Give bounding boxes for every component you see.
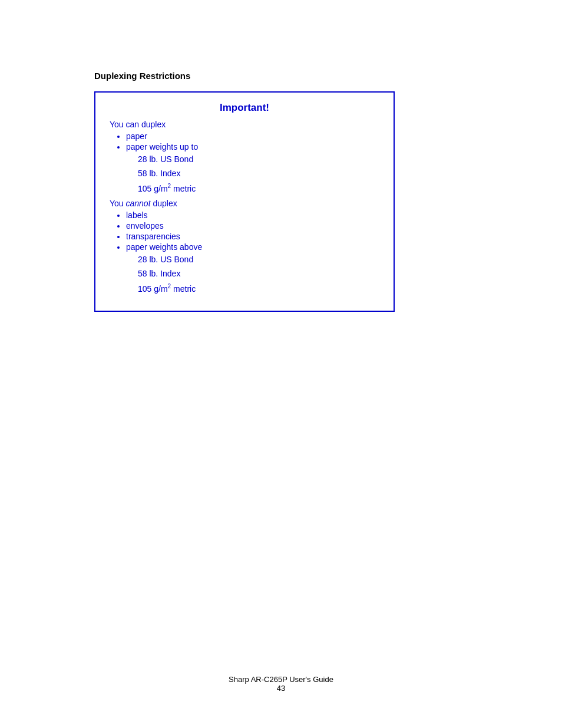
sub-items: 28 lb. US Bond 58 lb. Index 105 g/m2 met… <box>126 253 379 295</box>
section-title: Duplexing Restrictions <box>94 71 468 81</box>
important-heading: Important! <box>110 102 379 114</box>
list-item: labels <box>126 210 379 220</box>
sub-item: 28 lb. US Bond <box>138 153 379 166</box>
list-item-label: envelopes <box>126 221 164 230</box>
cannot-duplex-label: You cannot duplex <box>110 199 379 208</box>
sub-item: 105 g/m2 metric <box>138 282 379 295</box>
footer-line1: Sharp AR-C265P User's Guide <box>0 675 562 684</box>
footer: Sharp AR-C265P User's Guide 43 <box>0 675 562 693</box>
sub-item: 28 lb. US Bond <box>138 253 379 266</box>
list-item: paper weights above 28 lb. US Bond 58 lb… <box>126 242 379 295</box>
cannot-duplex-label-after: duplex <box>151 199 177 208</box>
sub-item: 58 lb. Index <box>138 267 379 280</box>
cannot-duplex-list: labels envelopes transparencies paper we… <box>110 210 379 295</box>
page-content: Duplexing Restrictions Important! You ca… <box>0 0 562 359</box>
list-item: paper weights up to 28 lb. US Bond 58 lb… <box>126 142 379 195</box>
list-item-label: paper <box>126 131 147 141</box>
sub-item: 58 lb. Index <box>138 167 379 180</box>
list-item-label: transparencies <box>126 232 180 241</box>
list-item-label: labels <box>126 210 148 220</box>
sub-items: 28 lb. US Bond 58 lb. Index 105 g/m2 met… <box>126 153 379 195</box>
list-item: paper <box>126 131 379 141</box>
list-item: transparencies <box>126 232 379 241</box>
list-item-label: paper weights up to <box>126 142 198 151</box>
sub-item: 105 g/m2 metric <box>138 182 379 195</box>
footer-line2: 43 <box>0 684 562 693</box>
list-item-label: paper weights above <box>126 242 202 252</box>
cannot-duplex-label-italic: cannot <box>126 199 151 208</box>
list-item: envelopes <box>126 221 379 230</box>
can-duplex-list: paper paper weights up to 28 lb. US Bond… <box>110 131 379 195</box>
cannot-duplex-label-before: You <box>110 199 126 208</box>
can-duplex-label: You can duplex <box>110 120 379 129</box>
important-box: Important! You can duplex paper paper we… <box>94 91 395 312</box>
